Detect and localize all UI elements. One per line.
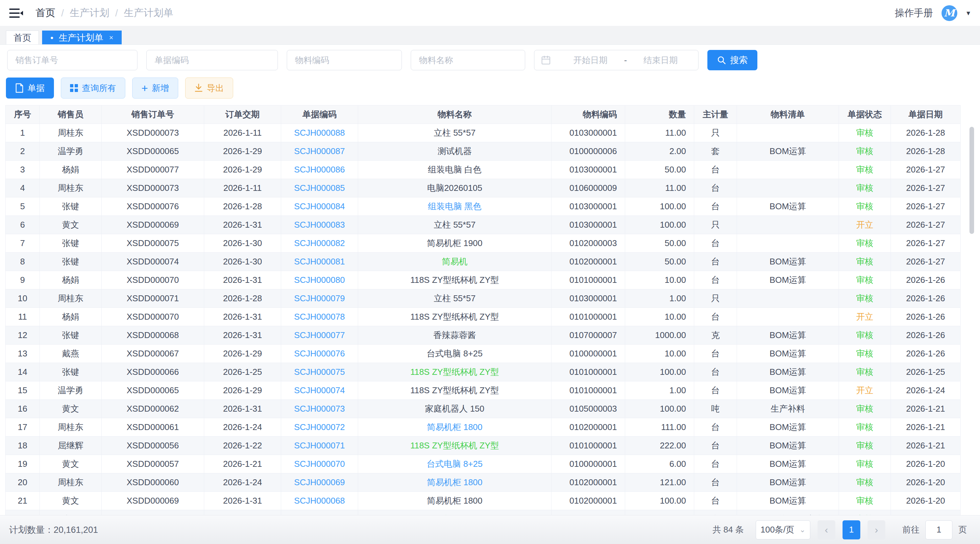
cell-bom: BOM运算 xyxy=(737,197,839,216)
cell-due-date: 2026-1-29 xyxy=(204,161,281,179)
cell-due-date: 2026-1-11 xyxy=(204,124,281,142)
goto-page-input[interactable] xyxy=(926,520,952,539)
table-row[interactable]: 6 黄文 XSDD000069 2026-1-31 SCJH000083 立柱 … xyxy=(6,216,961,234)
cell-unit: 台 xyxy=(694,161,737,179)
doc-code-input[interactable] xyxy=(146,50,278,70)
breadcrumb-home[interactable]: 首页 xyxy=(35,6,55,20)
table-row[interactable]: 18 屈继辉 XSDD000056 2026-1-22 SCJH000071 1… xyxy=(6,436,961,455)
cell-doc-code-link[interactable]: SCJH000080 xyxy=(281,271,358,289)
breadcrumb-production-plan-doc[interactable]: 生产计划单 xyxy=(124,6,173,20)
add-button[interactable]: + 新增 xyxy=(132,78,178,98)
export-button[interactable]: 导出 xyxy=(185,78,233,98)
table-row[interactable]: 11 杨娟 XSDD000070 2026-1-31 SCJH000078 11… xyxy=(6,308,961,326)
chevron-down-icon[interactable]: ▾ xyxy=(967,9,970,17)
cell-doc-code-link[interactable]: SCJH000088 xyxy=(281,124,358,142)
cell-doc-date: 2026-1-21 xyxy=(891,400,961,418)
close-tab-icon[interactable]: × xyxy=(109,33,113,42)
user-avatar[interactable]: M xyxy=(942,5,957,21)
table-row[interactable]: 10 周桂东 XSDD000071 2026-1-28 SCJH000079 立… xyxy=(6,289,961,308)
cell-bom: BOM运算 xyxy=(737,436,839,455)
cell-doc-code-link[interactable]: SCJH000071 xyxy=(281,436,358,455)
cell-doc-code-link[interactable]: SCJH000082 xyxy=(281,234,358,253)
material-code-input[interactable] xyxy=(287,50,402,70)
cell-doc-code-link[interactable]: SCJH000074 xyxy=(281,381,358,400)
calendar-icon xyxy=(541,55,551,65)
table-row[interactable]: 12 张键 XSDD000068 2026-1-31 SCJH000077 香辣… xyxy=(6,326,961,344)
cell-doc-code-link[interactable]: SCJH000087 xyxy=(281,142,358,161)
date-start-placeholder[interactable]: 开始日期 xyxy=(559,54,622,66)
cell-seq: 21 xyxy=(6,492,40,510)
cell-doc-code-link[interactable]: SCJH000081 xyxy=(281,253,358,271)
tab-home[interactable]: 首页 xyxy=(6,30,39,44)
cell-doc-code-link[interactable]: SCJH000084 xyxy=(281,197,358,216)
cell-doc-code-link[interactable]: SCJH000079 xyxy=(281,289,358,308)
table-row[interactable]: 14 张键 XSDD000066 2026-1-25 SCJH000075 11… xyxy=(6,363,961,381)
table-row[interactable]: 7 张键 XSDD000075 2026-1-30 SCJH000082 简易机… xyxy=(6,234,961,253)
col-qty: 数量 xyxy=(625,105,694,124)
table-row[interactable]: 3 杨娟 XSDD000077 2026-1-29 SCJH000086 组装电… xyxy=(6,161,961,179)
query-all-button[interactable]: 查询所有 xyxy=(61,78,125,98)
vertical-scrollbar[interactable] xyxy=(969,127,974,234)
prev-page-button[interactable]: ‹ xyxy=(818,520,835,539)
cell-material-name: 118S ZY型纸杯机 ZY型 xyxy=(358,363,552,381)
table-row[interactable]: 15 温学勇 XSDD000065 2026-1-29 SCJH000074 1… xyxy=(6,381,961,400)
tab-production-plan-doc[interactable]: ● 生产计划单 × xyxy=(42,30,122,44)
table-row[interactable]: 16 黄文 XSDD000062 2026-1-31 SCJH000073 家庭… xyxy=(6,400,961,418)
cell-doc-code-link[interactable]: SCJH000077 xyxy=(281,326,358,344)
collapse-menu-icon[interactable] xyxy=(9,8,24,19)
manual-link[interactable]: 操作手册 xyxy=(895,6,933,20)
cell-doc-code-link[interactable]: SCJH000076 xyxy=(281,344,358,363)
cell-doc-code-link[interactable]: SCJH000075 xyxy=(281,363,358,381)
cell-due-date: 2026-1-28 xyxy=(204,197,281,216)
doc-button[interactable]: 单据 xyxy=(6,78,54,98)
cell-status-badge: 审核 xyxy=(839,363,891,381)
cell-bom xyxy=(737,179,839,197)
cell-bom: BOM运算 xyxy=(737,492,839,510)
cell-sales-order: XSDD000077 xyxy=(102,161,204,179)
cell-material-code: 0105000003 xyxy=(552,400,625,418)
cell-doc-code-link[interactable]: SCJH000083 xyxy=(281,216,358,234)
table-row[interactable]: 1 周桂东 XSDD000073 2026-1-11 SCJH000088 立柱… xyxy=(6,124,961,142)
table-row[interactable]: 8 张键 XSDD000074 2026-1-30 SCJH000081 简易机… xyxy=(6,253,961,271)
cell-material-code: 0102000003 xyxy=(552,234,625,253)
cell-doc-code-link[interactable]: SCJH000068 xyxy=(281,492,358,510)
cell-seller: 温学勇 xyxy=(40,381,102,400)
table-row[interactable]: 4 周桂东 XSDD000073 2026-1-11 SCJH000085 电脑… xyxy=(6,179,961,197)
next-page-button[interactable]: › xyxy=(867,520,885,539)
search-button[interactable]: 搜索 xyxy=(707,50,757,70)
cell-due-date: 2026-1-11 xyxy=(204,179,281,197)
cell-doc-code-link[interactable]: SCJH000070 xyxy=(281,455,358,473)
cell-bom: BOM运算 xyxy=(737,363,839,381)
sales-order-input[interactable] xyxy=(7,50,137,70)
cell-doc-code-link[interactable]: SCJH000086 xyxy=(281,161,358,179)
table-row[interactable]: 21 黄文 XSDD000069 2026-1-31 SCJH000068 简易… xyxy=(6,492,961,510)
cell-seller: 杨娟 xyxy=(40,161,102,179)
table-row[interactable]: 9 杨娟 XSDD000070 2026-1-31 SCJH000080 118… xyxy=(6,271,961,289)
page-size-select[interactable]: 100条/页 ⌄ xyxy=(756,520,810,539)
table-row[interactable]: 17 周桂东 XSDD000061 2026-1-24 SCJH000072 简… xyxy=(6,418,961,436)
table-row[interactable]: 2 温学勇 XSDD000065 2026-1-29 SCJH000087 测试… xyxy=(6,142,961,161)
cell-qty: 121.00 xyxy=(625,473,694,492)
material-name-input[interactable] xyxy=(411,50,525,70)
cell-qty: 11.00 xyxy=(625,124,694,142)
page-1-button[interactable]: 1 xyxy=(843,520,860,539)
table-row[interactable]: 20 周桂东 XSDD000060 2026-1-24 SCJH000069 简… xyxy=(6,473,961,492)
table-row[interactable]: 13 戴燕 XSDD000067 2026-1-29 SCJH000076 台式… xyxy=(6,344,961,363)
date-end-placeholder[interactable]: 结束日期 xyxy=(630,54,692,66)
table-row[interactable]: 5 张键 XSDD000076 2026-1-28 SCJH000084 组装电… xyxy=(6,197,961,216)
cell-doc-code-link[interactable]: SCJH000073 xyxy=(281,400,358,418)
cell-doc-code-link[interactable]: SCJH000078 xyxy=(281,308,358,326)
cell-doc-code-link[interactable]: SCJH000069 xyxy=(281,473,358,492)
cell-qty: 10.00 xyxy=(625,271,694,289)
cell-doc-code-link[interactable]: SCJH000072 xyxy=(281,418,358,436)
table-row[interactable]: 19 黄文 XSDD000057 2026-1-21 SCJH000070 台式… xyxy=(6,455,961,473)
cell-doc-code-link[interactable]: SCJH000085 xyxy=(281,179,358,197)
query-all-button-label: 查询所有 xyxy=(82,82,116,94)
cell-unit: 台 xyxy=(694,197,737,216)
cell-seq: 2 xyxy=(6,142,40,161)
cell-unit: 台 xyxy=(694,381,737,400)
topbar: 首页 / 生产计划 / 生产计划单 操作手册 M ▾ xyxy=(0,0,980,26)
download-icon xyxy=(194,83,203,93)
breadcrumb-production-plan[interactable]: 生产计划 xyxy=(70,6,109,20)
date-range-picker[interactable]: 开始日期 - 结束日期 xyxy=(534,50,698,70)
